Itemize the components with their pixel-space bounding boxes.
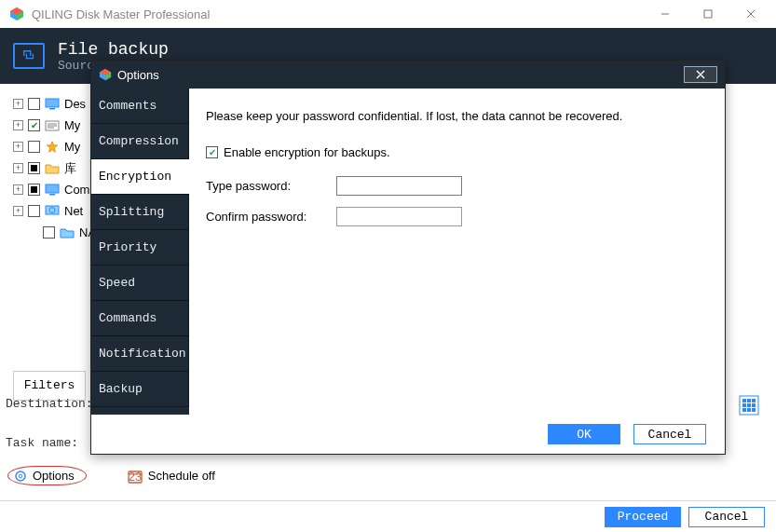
- cube-icon: [99, 68, 112, 81]
- tree-checkbox[interactable]: [28, 141, 40, 153]
- dialog-title: Options: [117, 68, 159, 82]
- type-password-row: Type password:: [206, 176, 708, 196]
- svg-rect-7: [46, 99, 59, 107]
- schedule-link-label: Schedule off: [148, 469, 215, 483]
- tree-item-label: 库: [64, 160, 76, 177]
- bottom-links: Options 23 Schedule off: [7, 466, 215, 485]
- type-password-input[interactable]: [336, 176, 462, 196]
- calendar-icon: 23: [128, 469, 143, 484]
- options-tab-compression[interactable]: Compression: [91, 124, 189, 159]
- page-title: File backup: [58, 40, 169, 59]
- monitor-net-icon: [45, 205, 60, 217]
- options-tab-encryption[interactable]: Encryption: [91, 159, 189, 195]
- tree-item-label: Com: [64, 183, 89, 197]
- svg-rect-8: [49, 108, 55, 110]
- cancel-button[interactable]: Cancel: [688, 507, 765, 527]
- expand-icon[interactable]: +: [13, 206, 23, 216]
- proceed-button[interactable]: Proceed: [605, 507, 681, 527]
- svg-point-28: [16, 471, 25, 481]
- svg-rect-19: [742, 399, 746, 402]
- tree-checkbox[interactable]: [28, 184, 40, 196]
- svg-rect-4: [704, 10, 712, 18]
- svg-text:23: 23: [129, 470, 142, 484]
- schedule-link[interactable]: 23 Schedule off: [128, 469, 215, 484]
- tree-item-label: My: [64, 140, 80, 154]
- window-title: QILING Disk Master Professional: [30, 7, 644, 21]
- svg-marker-13: [47, 142, 57, 152]
- svg-rect-23: [747, 403, 751, 407]
- expand-icon[interactable]: +: [13, 142, 23, 152]
- svg-rect-14: [46, 184, 59, 193]
- svg-rect-27: [752, 408, 756, 412]
- maximize-button[interactable]: [687, 0, 729, 28]
- svg-rect-20: [747, 399, 751, 402]
- options-content-encryption: Please keep your password confidential. …: [189, 89, 725, 415]
- monitor-icon: [45, 184, 60, 196]
- enable-encryption-label: Enable encryption for backups.: [224, 145, 390, 159]
- encryption-warning: Please keep your password confidential. …: [206, 109, 708, 123]
- star-icon: [45, 141, 60, 153]
- options-tab-speed[interactable]: Speed: [91, 266, 189, 301]
- confirm-password-input[interactable]: [336, 207, 462, 226]
- dialog-cancel-button[interactable]: Cancel: [633, 424, 706, 444]
- svg-rect-15: [49, 194, 55, 196]
- app-logo-icon: [9, 7, 24, 21]
- checkbox-checked-icon: [206, 146, 218, 158]
- file-backup-icon: [13, 43, 45, 69]
- taskname-label: Task name:: [6, 436, 78, 450]
- expand-icon[interactable]: +: [13, 184, 23, 195]
- monitor-icon: [45, 98, 60, 110]
- options-tab-priority[interactable]: Priority: [91, 230, 189, 266]
- expand-icon[interactable]: +: [13, 99, 23, 109]
- options-tab-splitting[interactable]: Splitting: [91, 195, 189, 230]
- confirm-password-row: Confirm password:: [206, 207, 708, 226]
- options-sidebar: CommentsCompressionEncryptionSplittingPr…: [91, 89, 189, 415]
- enable-encryption-checkbox[interactable]: Enable encryption for backups.: [206, 145, 708, 159]
- dialog-footer: OK Cancel: [91, 415, 725, 454]
- tree-checkbox[interactable]: [28, 98, 40, 110]
- confirm-password-label: Confirm password:: [206, 210, 327, 224]
- folder-doc-icon: [45, 119, 60, 131]
- calendar-grid-icon[interactable]: [739, 395, 759, 416]
- options-tab-backup[interactable]: Backup: [91, 372, 189, 407]
- options-link-label: Options: [33, 469, 75, 483]
- dialog-close-button[interactable]: [684, 66, 717, 83]
- tree-checkbox[interactable]: [28, 119, 40, 131]
- minimize-button[interactable]: [644, 0, 687, 28]
- close-button[interactable]: [729, 0, 772, 28]
- options-tab-commands[interactable]: Commands: [91, 301, 189, 336]
- options-tab-comments[interactable]: Comments: [91, 89, 189, 124]
- svg-rect-21: [752, 399, 756, 402]
- expand-icon[interactable]: +: [13, 163, 23, 173]
- tree-item-label: Des: [64, 97, 86, 111]
- svg-rect-26: [747, 408, 751, 412]
- window-footer: Proceed Cancel: [0, 500, 776, 532]
- type-password-label: Type password:: [206, 179, 327, 193]
- dialog-titlebar: Options: [91, 61, 725, 89]
- options-tab-notification[interactable]: Notification: [91, 336, 189, 372]
- options-link[interactable]: Options: [7, 466, 87, 485]
- destination-label: Destination:: [6, 397, 93, 411]
- tree-item-label: My: [64, 118, 80, 132]
- svg-point-29: [19, 474, 22, 478]
- folder-yellow-icon: [45, 162, 60, 174]
- options-dialog: Options CommentsCompressionEncryptionSpl…: [90, 60, 726, 455]
- dialog-ok-button[interactable]: OK: [548, 424, 620, 444]
- svg-rect-22: [742, 403, 746, 407]
- svg-rect-24: [752, 403, 756, 407]
- expand-icon[interactable]: +: [13, 120, 23, 130]
- svg-rect-25: [742, 408, 746, 412]
- tree-checkbox[interactable]: [43, 226, 55, 239]
- tree-checkbox[interactable]: [28, 205, 40, 217]
- tree-checkbox[interactable]: [28, 162, 40, 174]
- folder-blue-icon: [60, 226, 75, 239]
- titlebar: QILING Disk Master Professional: [0, 0, 776, 28]
- gear-icon: [14, 470, 27, 483]
- tree-item-label: Net: [64, 204, 83, 218]
